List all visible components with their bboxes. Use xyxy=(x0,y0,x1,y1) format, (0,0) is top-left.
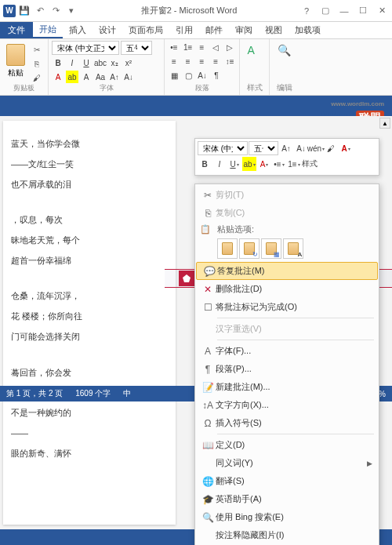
tab-layout[interactable]: 页面布局 xyxy=(122,22,169,38)
word-app-icon: W xyxy=(3,5,16,17)
menu-english-helper[interactable]: 🎓英语助手(A) xyxy=(195,490,379,508)
underline-button[interactable]: U xyxy=(80,56,93,69)
minimize-icon[interactable]: — xyxy=(337,4,351,18)
multilevel-button[interactable]: ≡ xyxy=(196,41,209,53)
language-indicator[interactable]: 中 xyxy=(123,388,131,399)
superscript-button[interactable]: x² xyxy=(122,56,135,69)
bold-button[interactable]: B xyxy=(52,56,64,69)
increase-indent-button[interactable]: ▷ xyxy=(223,41,236,53)
sort-button[interactable]: A↓ xyxy=(196,69,209,82)
menu-bing-search[interactable]: 🔍使用 Bing 搜索(E) xyxy=(195,508,379,526)
mini-grow-button[interactable]: A↑ xyxy=(279,141,293,155)
mini-shrink-button[interactable]: A↓ xyxy=(294,141,308,155)
close-icon[interactable]: ✕ xyxy=(375,4,389,18)
line-spacing-button[interactable]: ↕≡ xyxy=(223,55,236,67)
align-right-button[interactable]: ≡ xyxy=(196,55,209,67)
tab-mailings[interactable]: 邮件 xyxy=(199,22,229,38)
mini-size-select[interactable]: 五号 xyxy=(249,141,278,155)
justify-button[interactable]: ≡ xyxy=(209,55,222,67)
doc-text: —— xyxy=(11,426,168,441)
undo-icon[interactable]: ↶ xyxy=(33,4,47,18)
search-icon: 🔍 xyxy=(200,512,216,523)
menu-new-comment[interactable]: 📝新建批注(M)... xyxy=(195,378,379,396)
mini-toolbar: 宋体 (中文 五号 A↑ A↓ wén 🖌 A B I U ab A •≡ 1≡… xyxy=(194,138,379,176)
subscript-button[interactable]: x₂ xyxy=(108,56,121,69)
comment-avatar[interactable] xyxy=(179,271,194,286)
help-icon[interactable]: ? xyxy=(299,4,314,18)
shading-button[interactable]: ▦ xyxy=(168,69,180,82)
highlight-button[interactable]: ab xyxy=(66,71,78,83)
word-count[interactable]: 1609 个字 xyxy=(75,388,111,399)
menu-font[interactable]: A字体(F)... xyxy=(195,342,379,360)
paste-merge[interactable]: ↻ xyxy=(239,238,260,259)
tab-references[interactable]: 引用 xyxy=(169,22,199,38)
numbering-button[interactable]: 1≡ xyxy=(182,41,194,53)
menu-translate[interactable]: 🌐翻译(S) xyxy=(195,472,379,490)
editing-button[interactable]: 🔍 编辑 xyxy=(273,41,296,63)
menu-mark-done[interactable]: ☐将批注标记为完成(O) xyxy=(195,298,379,316)
mini-highlight-button[interactable]: ab xyxy=(242,157,256,171)
clipboard-icon xyxy=(6,44,25,66)
cut-icon[interactable]: ✂ xyxy=(31,44,42,55)
format-painter-icon[interactable]: 🖌 xyxy=(31,72,42,83)
tab-review[interactable]: 审阅 xyxy=(229,22,259,38)
menu-define[interactable]: 📖定义(D) xyxy=(195,436,379,454)
paste-text-only[interactable]: A xyxy=(283,238,303,259)
tab-insert[interactable]: 插入 xyxy=(63,22,93,38)
menu-paragraph[interactable]: ¶段落(P)... xyxy=(195,360,379,378)
menu-synonym[interactable]: 同义词(Y)▶ xyxy=(195,454,379,472)
mini-italic-button[interactable]: I xyxy=(212,157,227,171)
context-menu: ✂剪切(T) ⎘复制(C) 📋粘贴选项: ↻ ▦ A 💬答复批注(M) ✕删除批… xyxy=(194,183,379,545)
qat-dropdown-icon[interactable]: ▾ xyxy=(64,4,78,18)
tab-addins[interactable]: 加载项 xyxy=(289,22,327,38)
menu-hidden-picture[interactable]: 按注释隐藏图片(I) xyxy=(195,526,379,544)
page-indicator[interactable]: 第 1 页，共 2 页 xyxy=(6,388,63,399)
redo-icon[interactable]: ↷ xyxy=(49,4,63,18)
paste-options-header: 📋粘贴选项: xyxy=(195,222,379,237)
grow-font-button[interactable]: A↑ xyxy=(108,71,121,83)
menu-delete-comment[interactable]: ✕删除批注(D) xyxy=(195,280,379,298)
tab-view[interactable]: 视图 xyxy=(259,22,289,38)
font-name-select[interactable]: 宋体 (中文正文) xyxy=(52,41,119,55)
paste-button[interactable]: 粘贴 xyxy=(3,41,28,83)
show-marks-button[interactable]: ¶ xyxy=(210,69,223,82)
ribbon-options-icon[interactable]: ▢ xyxy=(318,4,332,18)
mini-numbering-button[interactable]: 1≡ xyxy=(287,157,301,171)
align-center-button[interactable]: ≡ xyxy=(182,55,194,67)
bullets-button[interactable]: •≡ xyxy=(168,41,180,53)
tab-file[interactable]: 文件 xyxy=(0,22,33,38)
mini-bullets-button[interactable]: •≡ xyxy=(272,157,286,171)
menu-reply-comment[interactable]: 💬答复批注(M) xyxy=(196,262,378,280)
align-left-button[interactable]: ≡ xyxy=(168,55,180,67)
mini-font-color-button[interactable]: A xyxy=(257,157,271,171)
font-size-select[interactable]: 五号 xyxy=(121,41,152,55)
document-page[interactable]: 蓝天，当你学会微 ——文/红尘一笑 也不屑承载的泪 ，叹息，每次 昧地老天荒，每… xyxy=(3,121,176,525)
asian-layout-button[interactable]: Aa xyxy=(94,71,107,83)
styles-icon: A xyxy=(248,44,262,58)
mini-styles-button[interactable]: 样式 xyxy=(302,157,318,171)
mini-painter-button[interactable]: 🖌 xyxy=(324,141,338,155)
save-icon[interactable]: 💾 xyxy=(17,4,31,18)
scroll-up-button[interactable]: ▲ xyxy=(379,118,390,129)
borders-button[interactable]: ▢ xyxy=(182,69,194,82)
italic-button[interactable]: I xyxy=(66,56,78,69)
tab-design[interactable]: 设计 xyxy=(93,22,122,38)
decrease-indent-button[interactable]: ◁ xyxy=(209,41,222,53)
paste-picture[interactable]: ▦ xyxy=(261,238,281,259)
mini-bold-button[interactable]: B xyxy=(198,157,212,171)
mini-effects-button[interactable]: A xyxy=(339,141,353,155)
mini-asian-button[interactable]: wén xyxy=(309,141,323,155)
strikethrough-button[interactable]: abc xyxy=(94,56,107,69)
shrink-font-button[interactable]: A↓ xyxy=(122,71,135,83)
copy-icon[interactable]: ⎘ xyxy=(31,58,42,69)
menu-insert-symbol[interactable]: Ω插入符号(S) xyxy=(195,414,379,432)
menu-text-direction[interactable]: ↕A文字方向(X)... xyxy=(195,396,379,414)
font-color-button[interactable]: A xyxy=(52,71,64,83)
styles-button[interactable]: A 样式 xyxy=(243,41,266,63)
mini-font-select[interactable]: 宋体 (中文 xyxy=(198,141,248,155)
paste-keep-source[interactable] xyxy=(217,238,238,259)
maximize-icon[interactable]: ☐ xyxy=(356,4,370,18)
mini-underline-button[interactable]: U xyxy=(227,157,241,171)
tab-home[interactable]: 开始 xyxy=(33,22,63,38)
text-effects-button[interactable]: A xyxy=(80,71,93,83)
